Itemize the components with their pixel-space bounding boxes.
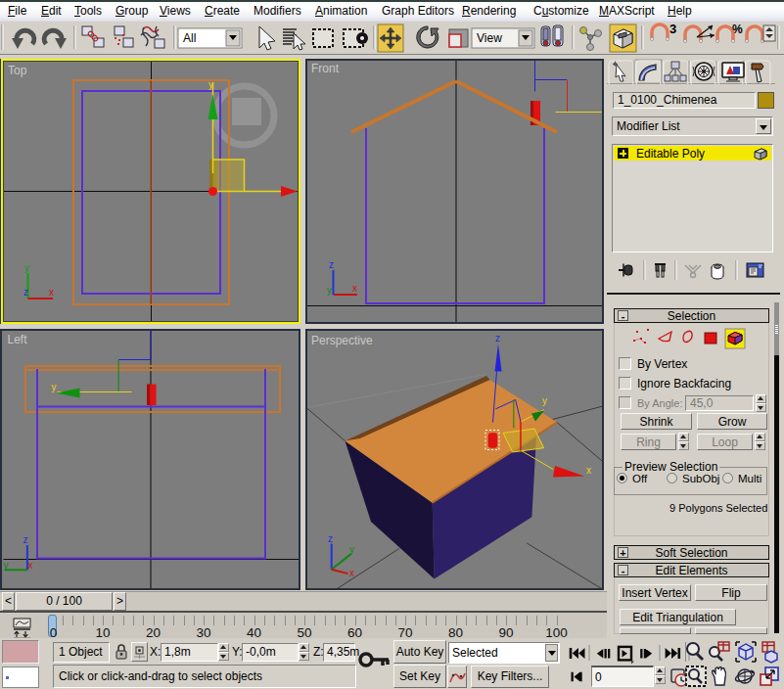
svg-text:x: x (349, 568, 354, 578)
svg-text:x: x (49, 287, 54, 298)
svg-text:x: x (28, 560, 33, 571)
svg-text:y: y (52, 382, 57, 392)
svg-text:x: x (586, 465, 591, 476)
svg-text:x: x (352, 283, 357, 294)
svg-text:y: y (4, 560, 9, 571)
svg-text:Front: Front (311, 62, 340, 75)
svg-text:y: y (24, 262, 29, 273)
svg-text:y: y (542, 395, 547, 406)
svg-text:Perspective: Perspective (311, 334, 373, 347)
svg-text:3: 3 (669, 22, 676, 36)
svg-text:y: y (349, 544, 354, 555)
svg-text:View: View (477, 31, 502, 45)
svg-text:z: z (329, 259, 334, 270)
svg-text:z: z (23, 287, 28, 298)
svg-text:z: z (23, 534, 28, 545)
svg-text:y: y (327, 285, 332, 296)
svg-text:%: % (732, 23, 743, 36)
svg-text:z: z (328, 533, 333, 544)
svg-text:Top: Top (8, 64, 27, 77)
svg-text:Left: Left (8, 333, 28, 346)
svg-text:y: y (208, 79, 213, 90)
svg-text:z: z (495, 333, 500, 344)
svg-text:All: All (183, 31, 196, 45)
